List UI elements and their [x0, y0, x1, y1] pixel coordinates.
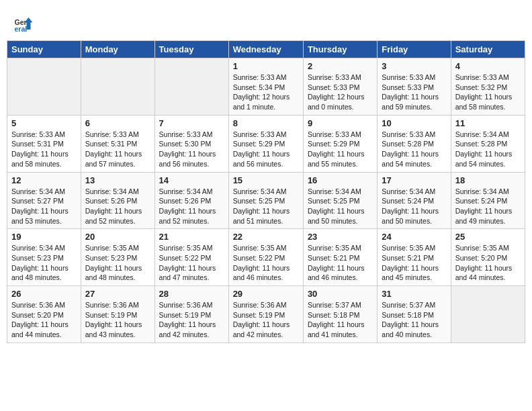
day-number: 8 — [233, 118, 299, 128]
day-info: Sunrise: 5:34 AM Sunset: 5:26 PM Dayligh… — [159, 187, 224, 226]
calendar-table: SundayMondayTuesdayWednesdayThursdayFrid… — [7, 40, 525, 343]
calendar-cell: 3Sunrise: 5:33 AM Sunset: 5:33 PM Daylig… — [378, 58, 451, 116]
day-info: Sunrise: 5:33 AM Sunset: 5:33 PM Dayligh… — [308, 73, 373, 112]
day-info: Sunrise: 5:34 AM Sunset: 5:24 PM Dayligh… — [382, 187, 446, 226]
week-row-4: 19Sunrise: 5:34 AM Sunset: 5:23 PM Dayli… — [7, 229, 525, 286]
week-row-1: 1Sunrise: 5:33 AM Sunset: 5:34 PM Daylig… — [7, 58, 525, 116]
day-number: 21 — [159, 232, 224, 242]
calendar-cell: 7Sunrise: 5:33 AM Sunset: 5:30 PM Daylig… — [154, 115, 228, 172]
week-row-5: 26Sunrise: 5:36 AM Sunset: 5:20 PM Dayli… — [7, 286, 525, 343]
day-info: Sunrise: 5:34 AM Sunset: 5:28 PM Dayligh… — [455, 130, 521, 169]
day-info: Sunrise: 5:36 AM Sunset: 5:19 PM Dayligh… — [159, 300, 224, 340]
calendar-cell: 13Sunrise: 5:34 AM Sunset: 5:26 PM Dayli… — [81, 172, 154, 229]
day-number: 15 — [233, 175, 299, 185]
day-info: Sunrise: 5:36 AM Sunset: 5:20 PM Dayligh… — [11, 300, 77, 340]
day-header-sunday: Sunday — [7, 41, 81, 58]
calendar-cell: 24Sunrise: 5:35 AM Sunset: 5:21 PM Dayli… — [378, 229, 451, 286]
day-number: 6 — [85, 118, 150, 128]
day-number: 25 — [455, 232, 521, 242]
calendar-cell: 1Sunrise: 5:33 AM Sunset: 5:34 PM Daylig… — [228, 58, 303, 116]
day-info: Sunrise: 5:33 AM Sunset: 5:33 PM Dayligh… — [382, 73, 446, 112]
day-info: Sunrise: 5:34 AM Sunset: 5:23 PM Dayligh… — [11, 243, 77, 283]
calendar-cell: 9Sunrise: 5:33 AM Sunset: 5:29 PM Daylig… — [303, 115, 377, 172]
day-number: 18 — [455, 175, 521, 185]
calendar-cell: 11Sunrise: 5:34 AM Sunset: 5:28 PM Dayli… — [451, 115, 525, 172]
calendar-cell: 28Sunrise: 5:36 AM Sunset: 5:19 PM Dayli… — [154, 286, 228, 343]
day-info: Sunrise: 5:36 AM Sunset: 5:19 PM Dayligh… — [233, 300, 299, 340]
day-header-wednesday: Wednesday — [228, 41, 303, 58]
day-info: Sunrise: 5:33 AM Sunset: 5:28 PM Dayligh… — [382, 130, 446, 169]
calendar-cell: 5Sunrise: 5:33 AM Sunset: 5:31 PM Daylig… — [7, 115, 81, 172]
calendar-cell — [451, 286, 525, 343]
logo-icon: Gen eral — [13, 13, 34, 34]
week-row-3: 12Sunrise: 5:34 AM Sunset: 5:27 PM Dayli… — [7, 172, 525, 229]
day-number: 14 — [159, 175, 224, 185]
day-info: Sunrise: 5:33 AM Sunset: 5:31 PM Dayligh… — [85, 130, 150, 169]
day-number: 5 — [11, 118, 77, 128]
day-header-saturday: Saturday — [451, 41, 525, 58]
day-number: 23 — [308, 232, 373, 242]
calendar-cell: 15Sunrise: 5:34 AM Sunset: 5:25 PM Dayli… — [228, 172, 303, 229]
day-info: Sunrise: 5:33 AM Sunset: 5:34 PM Dayligh… — [233, 73, 299, 112]
calendar-cell: 23Sunrise: 5:35 AM Sunset: 5:21 PM Dayli… — [303, 229, 377, 286]
day-header-monday: Monday — [81, 41, 154, 58]
day-number: 13 — [85, 175, 150, 185]
calendar-cell: 14Sunrise: 5:34 AM Sunset: 5:26 PM Dayli… — [154, 172, 228, 229]
day-info: Sunrise: 5:34 AM Sunset: 5:27 PM Dayligh… — [11, 187, 77, 226]
day-number: 16 — [308, 175, 373, 185]
day-number: 4 — [455, 61, 521, 71]
calendar-cell — [7, 58, 81, 116]
day-number: 19 — [11, 232, 77, 242]
day-header-thursday: Thursday — [303, 41, 377, 58]
day-info: Sunrise: 5:34 AM Sunset: 5:26 PM Dayligh… — [85, 187, 150, 226]
logo: Gen eral — [13, 13, 36, 34]
day-header-friday: Friday — [378, 41, 451, 58]
day-info: Sunrise: 5:36 AM Sunset: 5:19 PM Dayligh… — [85, 300, 150, 340]
day-header-tuesday: Tuesday — [154, 41, 228, 58]
day-number: 7 — [159, 118, 224, 128]
day-info: Sunrise: 5:37 AM Sunset: 5:18 PM Dayligh… — [308, 300, 373, 340]
calendar-cell: 8Sunrise: 5:33 AM Sunset: 5:29 PM Daylig… — [228, 115, 303, 172]
day-number: 27 — [85, 289, 150, 299]
calendar-cell: 21Sunrise: 5:35 AM Sunset: 5:22 PM Dayli… — [154, 229, 228, 286]
calendar-cell: 10Sunrise: 5:33 AM Sunset: 5:28 PM Dayli… — [378, 115, 451, 172]
day-info: Sunrise: 5:35 AM Sunset: 5:22 PM Dayligh… — [159, 243, 224, 283]
day-info: Sunrise: 5:33 AM Sunset: 5:31 PM Dayligh… — [11, 130, 77, 169]
calendar-cell: 22Sunrise: 5:35 AM Sunset: 5:22 PM Dayli… — [228, 229, 303, 286]
calendar-cell: 27Sunrise: 5:36 AM Sunset: 5:19 PM Dayli… — [81, 286, 154, 343]
day-info: Sunrise: 5:35 AM Sunset: 5:21 PM Dayligh… — [308, 243, 373, 283]
calendar-cell: 12Sunrise: 5:34 AM Sunset: 5:27 PM Dayli… — [7, 172, 81, 229]
day-info: Sunrise: 5:34 AM Sunset: 5:25 PM Dayligh… — [308, 187, 373, 226]
day-info: Sunrise: 5:33 AM Sunset: 5:29 PM Dayligh… — [233, 130, 299, 169]
day-info: Sunrise: 5:35 AM Sunset: 5:23 PM Dayligh… — [85, 243, 150, 283]
calendar-cell: 25Sunrise: 5:35 AM Sunset: 5:20 PM Dayli… — [451, 229, 525, 286]
day-number: 28 — [159, 289, 224, 299]
day-number: 30 — [308, 289, 373, 299]
day-info: Sunrise: 5:33 AM Sunset: 5:30 PM Dayligh… — [159, 130, 224, 169]
svg-text:eral: eral — [15, 25, 28, 33]
day-info: Sunrise: 5:34 AM Sunset: 5:24 PM Dayligh… — [455, 187, 521, 226]
day-number: 24 — [382, 232, 446, 242]
day-number: 22 — [233, 232, 299, 242]
day-number: 2 — [308, 61, 373, 71]
calendar-cell: 30Sunrise: 5:37 AM Sunset: 5:18 PM Dayli… — [303, 286, 377, 343]
calendar-cell: 17Sunrise: 5:34 AM Sunset: 5:24 PM Dayli… — [378, 172, 451, 229]
day-info: Sunrise: 5:33 AM Sunset: 5:32 PM Dayligh… — [455, 73, 521, 112]
week-row-2: 5Sunrise: 5:33 AM Sunset: 5:31 PM Daylig… — [7, 115, 525, 172]
day-number: 31 — [382, 289, 446, 299]
calendar-cell: 16Sunrise: 5:34 AM Sunset: 5:25 PM Dayli… — [303, 172, 377, 229]
calendar-cell: 19Sunrise: 5:34 AM Sunset: 5:23 PM Dayli… — [7, 229, 81, 286]
calendar-cell: 31Sunrise: 5:37 AM Sunset: 5:18 PM Dayli… — [378, 286, 451, 343]
page-header: Gen eral — [7, 7, 525, 37]
calendar-cell: 20Sunrise: 5:35 AM Sunset: 5:23 PM Dayli… — [81, 229, 154, 286]
day-number: 10 — [382, 118, 446, 128]
day-number: 17 — [382, 175, 446, 185]
day-info: Sunrise: 5:35 AM Sunset: 5:21 PM Dayligh… — [382, 243, 446, 283]
calendar-header-row: SundayMondayTuesdayWednesdayThursdayFrid… — [7, 41, 525, 58]
calendar-cell — [154, 58, 228, 116]
calendar-cell: 26Sunrise: 5:36 AM Sunset: 5:20 PM Dayli… — [7, 286, 81, 343]
day-number: 3 — [382, 61, 446, 71]
calendar-cell — [81, 58, 154, 116]
day-info: Sunrise: 5:35 AM Sunset: 5:22 PM Dayligh… — [233, 243, 299, 283]
day-number: 29 — [233, 289, 299, 299]
